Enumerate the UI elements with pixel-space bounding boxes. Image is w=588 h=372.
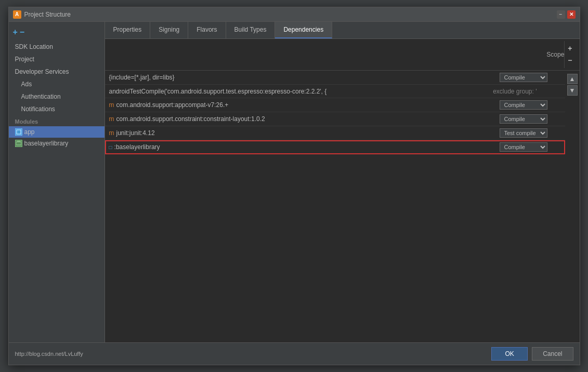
panel-content: Scope + − {include=[*.jar], dir=libs} — [105, 39, 580, 342]
dep-name-baselayerlibrary: □:baselayerlibrary — [109, 143, 495, 151]
move-up-button[interactable]: ▲ — [567, 74, 578, 84]
tab-signing[interactable]: Signing — [150, 22, 188, 38]
scope-column-header: Scope — [512, 51, 564, 58]
tab-flavors[interactable]: Flavors — [188, 22, 226, 38]
dep-scope-jar-libs: Compile Test compile Provided APK — [495, 73, 547, 82]
move-down-button[interactable]: ▼ — [567, 85, 578, 96]
sidebar-item-ads[interactable]: Ads — [9, 78, 104, 90]
modules-section-label: Modules — [9, 115, 104, 126]
dep-scope-constraint: Compile Test compile Provided APK — [495, 114, 547, 124]
dep-name-espresso: androidTestCompile('com.android.support.… — [109, 88, 493, 95]
dep-name-jar-libs: {include=[*.jar], dir=libs} — [109, 74, 495, 81]
right-panel: Properties Signing Flavors Build Types D… — [105, 22, 580, 342]
sidebar-module-baselayerlibrary[interactable]: baselayerlibrary — [9, 138, 104, 149]
dep-row-espresso: androidTestCompile('com.android.support.… — [105, 85, 565, 98]
dep-row-constraint: mcom.android.support.constraint:constrai… — [105, 112, 565, 126]
svg-rect-2 — [17, 141, 20, 142]
svg-rect-0 — [17, 130, 21, 134]
minimize-button[interactable]: − — [557, 10, 565, 19]
tab-build-types[interactable]: Build Types — [226, 22, 276, 38]
sidebar-module-app[interactable]: app — [9, 126, 104, 138]
dep-name-appcompat: mcom.android.support:appcompat-v7:26.+ — [109, 101, 495, 109]
tab-properties[interactable]: Properties — [105, 22, 151, 38]
dep-name-junit: mjunit:junit:4.12 — [109, 129, 495, 137]
dep-row-junit: mjunit:junit:4.12 Test compile Compile P… — [105, 126, 565, 140]
cancel-button[interactable]: Cancel — [532, 347, 573, 361]
dep-scope-dropdown-constraint[interactable]: Compile Test compile Provided APK — [500, 114, 547, 124]
title-controls: − ✕ — [557, 10, 576, 19]
dep-scope-appcompat: Compile Test compile Provided APK — [495, 100, 547, 110]
svg-rect-1 — [16, 142, 21, 145]
dep-scope-dropdown-baselayerlibrary[interactable]: Compile Test compile Provided APK — [500, 142, 547, 152]
sidebar-actions: + − — [9, 26, 104, 41]
app-icon: A — [13, 10, 21, 19]
project-structure-dialog: A Project Structure − ✕ + − SDK Location… — [8, 7, 580, 365]
dep-name-constraint: mcom.android.support.constraint:constrai… — [109, 115, 495, 123]
sidebar: + − SDK Location Project Developer Servi… — [9, 22, 105, 342]
dep-row-baselayerlibrary: □:baselayerlibrary Compile Test compile … — [105, 140, 565, 154]
side-nav-buttons: ▲ ▼ — [565, 71, 580, 342]
dep-scope-baselayerlibrary: Compile Test compile Provided APK — [495, 142, 547, 152]
dep-exclude-espresso: exclude group: ' — [493, 88, 537, 95]
add-module-button[interactable]: + — [13, 28, 18, 36]
sidebar-item-developer-services[interactable]: Developer Services — [9, 65, 104, 78]
main-content: + − SDK Location Project Developer Servi… — [9, 22, 580, 342]
remove-module-button[interactable]: − — [20, 28, 24, 36]
tab-dependencies[interactable]: Dependencies — [275, 22, 332, 38]
app-module-icon — [15, 128, 22, 136]
ok-button[interactable]: OK — [491, 347, 528, 361]
add-dependency-button[interactable]: + — [566, 43, 574, 54]
dialog-footer: http://blog.csdn.net/LvLuffy OK Cancel — [9, 342, 580, 365]
sidebar-item-authentication[interactable]: Authentication — [9, 90, 104, 103]
deps-list: {include=[*.jar], dir=libs} Compile Test… — [105, 71, 565, 342]
sidebar-item-sdk-location[interactable]: SDK Location — [9, 41, 104, 53]
dep-scope-dropdown-jar-libs[interactable]: Compile Test compile Provided APK — [500, 73, 547, 82]
dep-row-appcompat: mcom.android.support:appcompat-v7:26.+ C… — [105, 98, 565, 112]
dialog-title: Project Structure — [24, 11, 557, 18]
dep-scope-dropdown-junit[interactable]: Test compile Compile Provided APK — [500, 128, 547, 138]
footer-link: http://blog.csdn.net/LvLuffy — [15, 351, 83, 357]
dep-scope-dropdown-appcompat[interactable]: Compile Test compile Provided APK — [500, 100, 547, 110]
dep-scope-junit: Test compile Compile Provided APK — [495, 128, 547, 138]
tab-bar: Properties Signing Flavors Build Types D… — [105, 22, 580, 39]
close-button[interactable]: ✕ — [567, 10, 576, 19]
remove-dependency-button[interactable]: − — [566, 55, 574, 66]
dep-add-remove: + − — [564, 41, 575, 68]
sidebar-item-project[interactable]: Project — [9, 53, 104, 65]
dep-row-jar-libs: {include=[*.jar], dir=libs} Compile Test… — [105, 71, 565, 85]
deps-area: {include=[*.jar], dir=libs} Compile Test… — [105, 71, 580, 342]
lib-module-icon — [15, 140, 22, 147]
deps-header-row: Scope + − — [105, 39, 580, 71]
sidebar-item-notifications[interactable]: Notifications — [9, 103, 104, 115]
title-bar: A Project Structure − ✕ — [9, 7, 580, 22]
